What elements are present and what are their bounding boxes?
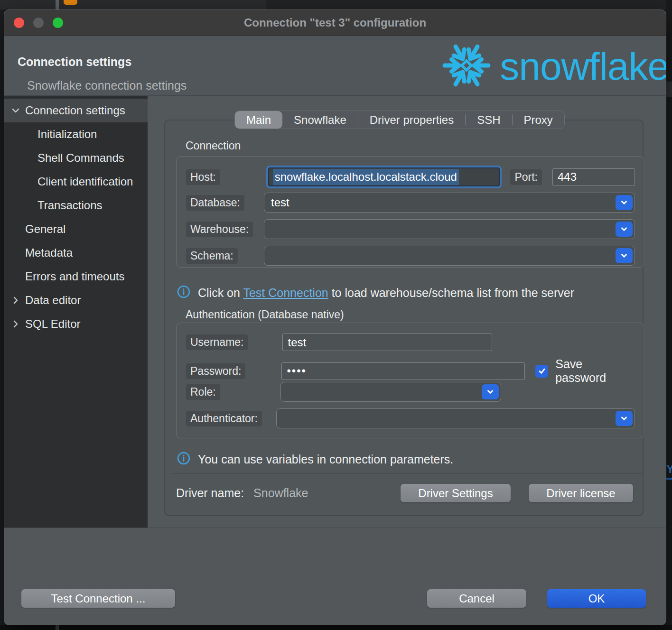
sidebar-item-connection-settings[interactable]: Connection settings (4, 99, 148, 122)
authentication-group: Username: Password: Save password (176, 323, 644, 438)
tab-main[interactable]: Main (235, 111, 282, 129)
connection-group-label: Connection (186, 139, 241, 152)
host-label: Host: (186, 169, 220, 185)
sidebar-item-data-editor[interactable]: Data editor (4, 288, 148, 312)
minimize-window-button[interactable] (33, 18, 44, 28)
chevron-down-icon[interactable] (616, 195, 633, 210)
window-title: Connection "test 3" configuration (244, 16, 426, 29)
snowflake-logo: snowflake (438, 37, 666, 96)
settings-content: Main Snowflake Driver properties SSH Pro… (148, 96, 666, 528)
role-row: Role: (186, 382, 635, 402)
sidebar-item-client-identification[interactable]: Client identification (4, 170, 148, 194)
background-divider (56, 0, 59, 9)
connection-configuration-dialog: Connection "test 3" configuration Connec… (4, 9, 666, 625)
tab-proxy[interactable]: Proxy (513, 111, 564, 129)
host-input[interactable]: snowflake.localhost.localstack.cloud (268, 167, 500, 186)
title-bar[interactable]: Connection "test 3" configuration (4, 10, 666, 36)
authenticator-row: Authenticator: (186, 408, 635, 428)
role-label: Role: (186, 384, 220, 400)
snowflake-mark-icon (438, 37, 495, 96)
port-input[interactable] (552, 168, 635, 186)
username-row: Username: (186, 334, 635, 351)
schema-row: Schema: (186, 246, 635, 266)
tab-snowflake[interactable]: Snowflake (282, 111, 358, 129)
chevron-down-icon[interactable] (482, 384, 499, 399)
role-combo[interactable] (280, 382, 501, 402)
host-row: Host: snowflake.localhost.localstack.clo… (186, 167, 635, 186)
checkmark-icon (538, 367, 546, 375)
background-orange-icon (64, 0, 77, 5)
password-row: Password: Save password (186, 357, 635, 385)
cancel-button[interactable]: Cancel (427, 589, 526, 608)
sidebar-item-metadata[interactable]: Metadata (4, 241, 148, 265)
page-subtitle: Snowflake connection settings (27, 79, 187, 93)
background-divider-bottom (56, 625, 59, 630)
sidebar-item-general[interactable]: General (4, 217, 148, 241)
password-label: Password: (186, 363, 245, 379)
dialog-footer: Test Connection ... Cancel OK (4, 528, 666, 625)
settings-tree: Connection settings Initialization Shell… (4, 96, 148, 528)
background-app-blue-line (666, 478, 672, 480)
ok-button[interactable]: OK (547, 589, 646, 608)
sidebar-item-shell-commands[interactable]: Shell Commands (4, 146, 148, 170)
chevron-right-icon[interactable] (10, 295, 21, 306)
test-connection-button[interactable]: Test Connection ... (21, 589, 175, 608)
warehouse-row: Warehouse: (186, 219, 635, 239)
test-connection-hint: Click on Test Connection to load warehou… (177, 285, 574, 300)
test-connection-link[interactable]: Test Connection (243, 286, 328, 299)
database-row: Database: test (186, 193, 635, 213)
driver-divider (171, 473, 643, 474)
close-window-button[interactable] (14, 18, 24, 28)
driver-name-label: Driver name: (176, 486, 244, 500)
password-input[interactable] (281, 362, 525, 380)
chevron-down-icon[interactable] (10, 105, 21, 116)
schema-label: Schema: (186, 248, 238, 264)
sidebar-item-initialization[interactable]: Initialization (4, 122, 148, 146)
main-tab-panel: Connection Host: snowflake.localhost.loc… (164, 120, 644, 516)
chevron-down-icon[interactable] (616, 222, 633, 237)
save-password-label: Save password (555, 357, 635, 385)
driver-row: Driver name: Snowflake Driver Settings D… (176, 484, 633, 502)
username-label: Username: (186, 334, 248, 350)
background-app-edge-block (666, 82, 672, 97)
authentication-group-label: Authentication (Database native) (186, 308, 344, 321)
info-icon (177, 285, 190, 300)
background-app-strip-dark (266, 0, 672, 9)
driver-name-value: Snowflake (253, 486, 308, 500)
warehouse-combo[interactable] (264, 219, 635, 239)
connection-group: Host: snowflake.localhost.localstack.clo… (176, 156, 644, 268)
page-title: Connection settings (18, 55, 131, 69)
tab-bar: Main Snowflake Driver properties SSH Pro… (234, 111, 565, 129)
tab-ssh[interactable]: SSH (466, 111, 512, 129)
sidebar-item-transactions[interactable]: Transactions (4, 194, 148, 217)
tab-driver-properties[interactable]: Driver properties (358, 111, 465, 129)
authenticator-label: Authenticator: (186, 411, 262, 426)
dialog-header: Connection settings Snowflake connection… (4, 36, 666, 96)
schema-combo[interactable] (264, 246, 635, 266)
info-icon (177, 452, 190, 467)
authenticator-combo[interactable] (276, 408, 635, 428)
port-label: Port: (510, 169, 542, 185)
sidebar-item-sql-editor[interactable]: SQL Editor (4, 312, 148, 336)
traffic-lights (14, 10, 63, 36)
background-app-strip-bottom (0, 625, 672, 630)
chevron-down-icon[interactable] (616, 411, 633, 426)
driver-license-button[interactable]: Driver license (529, 484, 633, 502)
chevron-down-icon[interactable] (616, 248, 633, 263)
variables-hint: You can use variables in connection para… (177, 452, 453, 467)
sidebar-item-errors-and-timeouts[interactable]: Errors and timeouts (4, 265, 148, 288)
zoom-window-button[interactable] (53, 18, 63, 28)
background-app-blue-icon: Y (666, 463, 672, 476)
snowflake-logo-text: snowflake (500, 47, 666, 86)
chevron-right-icon[interactable] (10, 319, 21, 329)
dialog-body: Connection settings Initialization Shell… (4, 96, 666, 528)
driver-settings-button[interactable]: Driver Settings (401, 484, 511, 502)
save-password-checkbox[interactable] (535, 365, 548, 378)
username-input[interactable] (282, 334, 492, 351)
database-combo[interactable]: test (264, 193, 635, 213)
database-label: Database: (186, 195, 244, 211)
warehouse-label: Warehouse: (186, 222, 253, 237)
